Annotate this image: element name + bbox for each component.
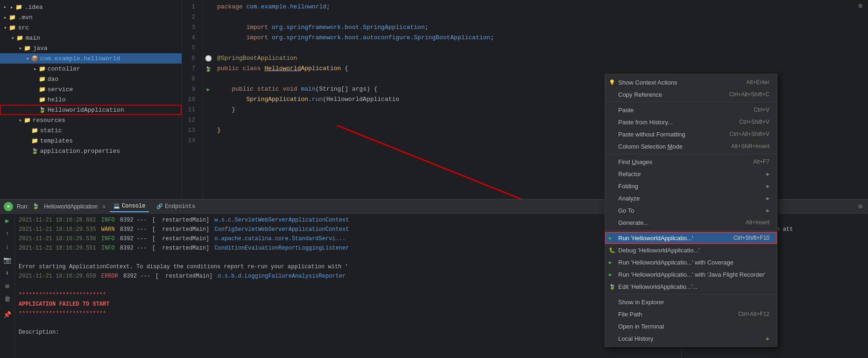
menu-item-paste-no-format[interactable]: Paste without Formatting Ctrl+Alt+Shift+… <box>605 128 777 140</box>
run-expand-button[interactable]: ⊞ <box>2 281 13 291</box>
close-run-tab[interactable]: ✕ <box>102 203 106 210</box>
tab-console[interactable]: 💻 Console <box>110 201 149 212</box>
run-down2-button[interactable]: ⬇ <box>2 268 13 278</box>
menu-item-debug[interactable]: 🐛 Debug 'HelloworldApplicatio...' <box>605 244 777 256</box>
menu-item-generate[interactable]: Generate... Alt+Insert <box>605 216 777 229</box>
run-settings-button[interactable]: ⚙ <box>857 203 864 210</box>
console-icon: 💻 <box>113 203 120 209</box>
tree-item-label: resources <box>33 117 65 124</box>
submenu-arrow: ▶ <box>766 208 769 214</box>
tab-endpoints-label: Endpoints <box>165 203 195 210</box>
menu-item-run-coverage[interactable]: ▶ Run 'HelloworldApplicatio...' with Cov… <box>605 256 777 268</box>
tree-item-label: application.properties <box>40 148 120 155</box>
menu-item-label: Folding <box>618 183 638 190</box>
sidebar-item-resources[interactable]: ▾ 📁 resources <box>0 115 182 125</box>
menu-shortcut: Ctrl+Alt+Shift+V <box>729 131 769 137</box>
run-camera-button[interactable]: 📷 <box>2 255 13 265</box>
code-line-7: public class HelloworldApplication { <box>217 64 868 74</box>
context-action-icon: 💡 <box>609 79 615 86</box>
submenu-arrow: ▶ <box>766 171 769 177</box>
line-numbers: 1 2 3 4 5 6 7 8 9 10 11 12 13 14 <box>182 0 203 199</box>
sidebar-item-hello[interactable]: ▸ 📁 hello <box>0 94 182 105</box>
menu-item-local-history[interactable]: Local History ▶ <box>605 332 777 344</box>
settings-area: ⚙ <box>857 2 864 10</box>
run-down-button[interactable]: ↓ <box>2 242 13 252</box>
java-folder-icon: 📁 <box>24 45 31 51</box>
tab-endpoints[interactable]: 🔗 Endpoints <box>153 201 199 212</box>
sidebar-item-static[interactable]: ▸ 📁 static <box>0 125 182 136</box>
log-line-error-context: Error starting ApplicationContext. To di… <box>19 262 677 272</box>
submenu-arrow: ▶ <box>766 183 769 189</box>
sidebar-item-app-properties[interactable]: ▸ 🍃 application.properties <box>0 146 182 156</box>
run-delete-button[interactable]: 🗑 <box>2 294 13 304</box>
code-line-4: import org.springframework.boot.autoconf… <box>217 33 868 43</box>
menu-item-paste[interactable]: Paste Ctrl+V <box>605 104 777 116</box>
sidebar-item-service[interactable]: ▸ 📁 service <box>0 84 182 94</box>
menu-item-label: Local History <box>618 335 653 342</box>
menu-item-show-explorer[interactable]: Show in Explorer <box>605 296 777 308</box>
sidebar-item-idea[interactable]: ▸ 📁 .idea <box>0 2 182 12</box>
run-app-name: HelloworldApplication <box>44 203 98 210</box>
menu-item-label: Refactor <box>618 171 641 178</box>
tree-item-label: com.example.helloworld <box>40 55 120 62</box>
sidebar-item-package[interactable]: ▾ 📦 com.example.helloworld <box>0 53 182 64</box>
edit-icon: 🍃 <box>609 284 615 290</box>
menu-item-open-terminal[interactable]: Open in Terminal <box>605 320 777 332</box>
log-line-1: 2021-11-21 18:16:28.882 INFO 8392 --- [ … <box>19 215 677 225</box>
menu-item-label: Run 'HelloworldApplicatio...' with 'Java… <box>618 271 766 278</box>
log-stars-2: ************************** <box>19 309 677 318</box>
tree-item-label: hello <box>48 96 66 103</box>
spring-icon: 🍃 <box>32 203 39 210</box>
submenu-arrow: ▶ <box>766 336 769 342</box>
menu-shortcut: Alt+F7 <box>753 158 769 165</box>
menu-item-folding[interactable]: Folding ▶ <box>605 180 777 192</box>
menu-item-paste-history[interactable]: Paste from History... Ctrl+Shift+V <box>605 116 777 128</box>
run-pin-button[interactable]: 📌 <box>3 311 11 319</box>
run-play-button[interactable] <box>4 202 13 211</box>
menu-item-label: Show Context Actions <box>618 79 677 86</box>
run-restart-button[interactable]: ▶ <box>2 215 13 226</box>
menu-item-run-jfr[interactable]: ▶ Run 'HelloworldApplicatio...' with 'Ja… <box>605 268 777 280</box>
menu-item-label: Open in Terminal <box>618 323 664 330</box>
menu-item-label: Go To <box>618 207 634 214</box>
sidebar-item-dao[interactable]: ▸ 📁 dao <box>0 74 182 84</box>
sidebar-item-mvn[interactable]: ▸ 📁 .mvn <box>0 12 182 22</box>
endpoints-icon: 🔗 <box>156 203 163 209</box>
gear-button[interactable]: ⚙ <box>857 2 864 10</box>
log-line-blank <box>19 253 677 262</box>
run-up-button[interactable]: ↑ <box>2 229 13 239</box>
sidebar-item-contoller[interactable]: ▸ 📁 contoller <box>0 64 182 74</box>
code-line-1: package com.example.helloworld; <box>217 2 868 12</box>
menu-item-show-context[interactable]: 💡 Show Context Actions Alt+Enter <box>605 76 777 88</box>
run-icon: ▶ <box>609 235 612 241</box>
sidebar-item-src[interactable]: ▾ 📁 src <box>0 22 182 33</box>
menu-item-label: Run 'HelloworldApplicatio...' <box>618 235 693 242</box>
menu-shortcut: Ctrl+Alt+Shift+C <box>729 91 769 98</box>
log-line-4: 2021-11-21 18:16:29.551 INFO 8392 --- [ … <box>19 243 677 253</box>
sidebar-item-templates[interactable]: ▸ 📁 templates <box>0 136 182 146</box>
debug-icon: 🐛 <box>609 247 615 253</box>
menu-item-run[interactable]: ▶ Run 'HelloworldApplicatio...' Ctrl+Shi… <box>605 232 777 244</box>
code-line-2 <box>217 12 868 22</box>
menu-item-copy-ref[interactable]: Copy Reference Ctrl+Alt+Shift+C <box>605 88 777 100</box>
menu-item-column-selection[interactable]: Column Selection Mode Alt+Shift+Insert <box>605 140 777 152</box>
menu-item-goto[interactable]: Go To ▶ <box>605 204 777 216</box>
menu-item-find-usages[interactable]: Find Usages Alt+F7 <box>605 156 777 168</box>
menu-separator <box>605 294 777 294</box>
tree-item-label: src <box>18 24 29 31</box>
menu-item-edit[interactable]: 🍃 Edit 'HelloworldApplicatio...'... <box>605 280 777 293</box>
menu-item-label: Paste <box>618 107 634 114</box>
menu-item-label: File Path <box>618 311 642 318</box>
log-app-failed: APPLICATION FAILED TO START <box>19 300 677 309</box>
sidebar-item-java[interactable]: ▾ 📁 java <box>0 43 182 53</box>
menu-item-analyze[interactable]: Analyze ▶ <box>605 192 777 204</box>
menu-item-label: Column Selection Mode <box>618 143 683 150</box>
sidebar-item-helloworldapp[interactable]: ▸ 🍃 HelloworldApplication <box>0 105 182 115</box>
tree-item-label: static <box>40 127 62 134</box>
console-output[interactable]: 2021-11-21 18:16:28.882 INFO 8392 --- [ … <box>15 214 681 358</box>
code-editor: 1 2 3 4 5 6 7 8 9 10 11 12 13 14 <box>182 0 868 199</box>
menu-item-refactor[interactable]: Refactor ▶ <box>605 168 777 180</box>
sidebar-item-main[interactable]: ▾ 📁 main <box>0 33 182 43</box>
tree-item-label: .mvn <box>18 14 33 21</box>
menu-item-file-path[interactable]: File Path Ctrl+Alt+F12 <box>605 308 777 320</box>
